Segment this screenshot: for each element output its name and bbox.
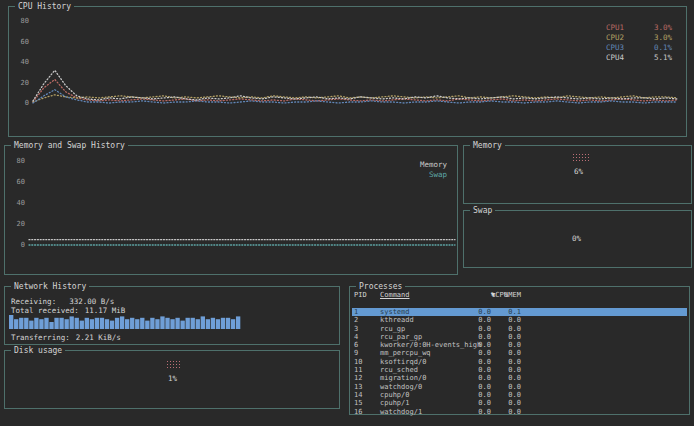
swap-percent: 0% [572,234,581,243]
disk-usage-panel: Disk usage 1% [4,350,340,409]
process-mem: 0.1 [495,308,521,316]
mem-ytick-20: 20 [9,221,25,228]
process-cpu: 0.0 [464,349,491,357]
process-row[interactable]: 15 cpuhp/1 0.0 0.0 [352,399,687,407]
process-row[interactable]: 13 watchdog/0 0.0 0.0 [352,383,687,391]
cpu-history-title: CPU History [15,2,74,11]
process-rows: 1 systemd 0.0 0.1 2 kthreadd 0.0 0.0 3 r… [352,308,687,416]
process-mem: 0.0 [495,325,521,333]
memory-gauge-title: Memory [470,141,505,150]
process-row[interactable]: 9 mm_percpu_wq 0.0 0.0 [352,349,687,357]
process-pid: 13 [354,383,362,391]
legend-value: 3.0% [654,33,672,43]
process-row[interactable]: 2 kthreadd 0.0 0.0 [352,316,687,324]
header-mem[interactable]: %MEM [495,291,521,299]
process-pid: 3 [354,325,358,333]
total-received-line: Total received:11.17 MiB [11,307,125,315]
process-cpu: 0.0 [464,366,491,374]
swap-gauge-panel: Swap 0% [463,210,692,268]
transferring-label: Transferring: [11,333,70,342]
process-row[interactable]: 3 rcu_gp 0.0 0.0 [352,325,687,333]
process-pid: 12 [354,374,362,382]
legend-value: 0.1% [654,43,672,53]
cpu-ytick-0: 0 [13,100,29,107]
process-cpu: 0.0 [464,399,491,407]
memory-swap-title: Memory and Swap History [11,141,128,150]
process-command: rcu_sched [380,366,418,374]
memory-percent: 6% [574,167,583,176]
process-mem: 0.0 [495,374,521,382]
process-row[interactable]: 4 rcu_par_gp 0.0 0.0 [352,333,687,341]
process-row[interactable]: 11 rcu_sched 0.0 0.0 [352,366,687,374]
process-pid: 10 [354,358,362,366]
process-row[interactable]: 14 cpuhp/0 0.0 0.0 [352,391,687,399]
memory-swap-history-panel: Memory and Swap History 80 60 40 20 0 Me… [4,145,458,275]
memory-meter [572,153,590,161]
process-cpu: 0.0 [464,383,491,391]
legend-row-cpu1: CPU1 3.0% [606,23,672,33]
header-command[interactable]: Command [380,291,410,299]
process-mem: 0.0 [495,333,521,341]
legend-row-memory: Memory [420,160,447,170]
swap-gauge-title: Swap [470,206,495,215]
process-mem: 0.0 [495,358,521,366]
process-cpu: 0.0 [464,333,491,341]
processes-panel: Processes PID Command %CPU▼ %MEM 1 syste… [349,286,690,415]
process-row[interactable]: 10 ksoftirqd/0 0.0 0.0 [352,358,687,366]
process-cpu: 0.0 [464,358,491,366]
process-mem: 0.0 [495,399,521,407]
process-pid: 6 [354,341,358,349]
transferring-line: Transferring:2.21 KiB/s [11,334,121,342]
legend-label: CPU3 [606,43,624,53]
process-command: watchdog/0 [380,383,422,391]
memory-gauge-panel: Memory 6% [463,145,692,204]
legend-label: CPU2 [606,33,624,43]
process-pid: 2 [354,316,358,324]
receiving-value: 332.00 B/s [69,297,114,306]
process-row[interactable]: 12 migration/0 0.0 0.0 [352,374,687,382]
process-row[interactable]: 1 systemd 0.0 0.1 [352,308,687,316]
total-received-label: Total received: [11,306,79,315]
cpu-ytick-20: 20 [13,80,29,87]
cpu-ytick-80: 80 [13,18,29,25]
process-command: kthreadd [380,316,414,324]
process-pid: 1 [354,308,358,316]
process-mem: 0.0 [495,408,521,416]
process-command: mm_percpu_wq [380,349,431,357]
legend-label: CPU1 [606,23,624,33]
process-cpu: 0.0 [464,341,491,349]
process-command: rcu_gp [380,325,405,333]
legend-row-cpu2: CPU2 3.0% [606,33,672,43]
network-history-panel: Network History Receiving:332.00 B/s Tot… [4,286,340,345]
process-command: rcu_par_gp [380,333,422,341]
total-received-value: 11.17 MiB [85,306,126,315]
memory-swap-legend: Memory Swap [420,160,447,180]
process-command: watchdog/1 [380,408,422,416]
header-pid[interactable]: PID [354,291,367,299]
process-pid: 16 [354,408,362,416]
process-table-header: PID Command %CPU▼ %MEM [352,291,687,300]
process-pid: 15 [354,399,362,407]
process-row[interactable]: 6 kworker/0:0H-events_high 0.0 0.0 [352,341,687,349]
process-cpu: 0.0 [464,325,491,333]
process-command: migration/0 [380,374,426,382]
mem-ytick-40: 40 [9,200,25,207]
processes-title: Processes [356,282,405,291]
disk-percent: 1% [168,374,177,383]
legend-row-cpu3: CPU3 0.1% [606,43,672,53]
process-command: cpuhp/1 [380,399,410,407]
legend-row-swap: Swap [420,170,447,180]
mem-ytick-0: 0 [9,242,25,249]
cpu-ytick-60: 60 [13,39,29,46]
receiving-line: Receiving:332.00 B/s [11,298,114,306]
legend-value: 3.0% [654,23,672,33]
process-cpu: 0.0 [464,308,491,316]
process-cpu: 0.0 [464,391,491,399]
mem-ytick-80: 80 [9,158,25,165]
process-cpu: 0.0 [464,316,491,324]
legend-value: 5.1% [654,53,672,63]
cpu-history-panel: CPU History 80 60 40 20 0 CPU1 3.0% CPU2… [8,6,687,137]
process-pid: 4 [354,333,358,341]
process-row[interactable]: 16 watchdog/1 0.0 0.0 [352,408,687,416]
process-pid: 11 [354,366,362,374]
